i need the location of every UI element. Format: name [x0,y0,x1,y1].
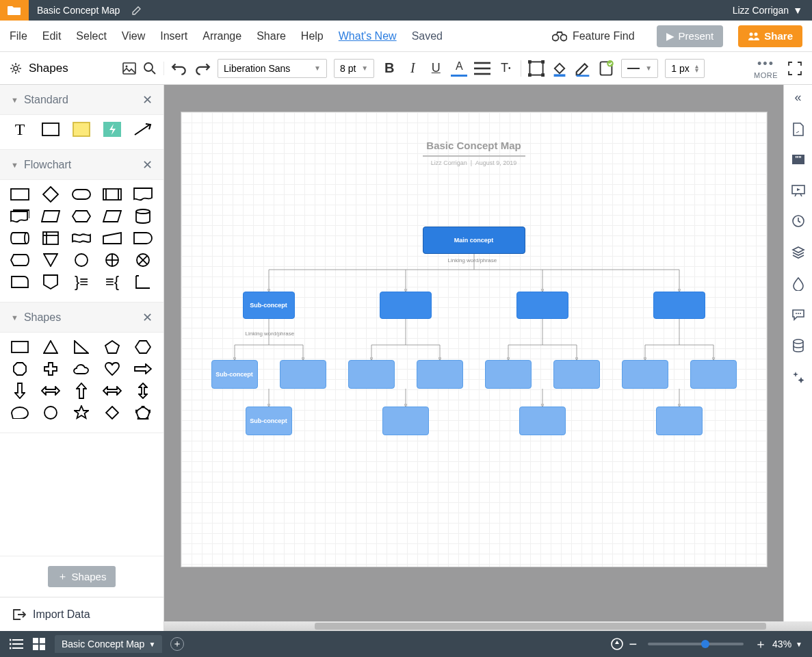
callout-shape[interactable] [10,405,30,420]
sub-concept-node[interactable]: Sub-concept [243,292,295,319]
sparkle-icon[interactable] [791,370,805,384]
sub-concept-leaf[interactable] [622,360,668,389]
double-arrow-v-shape[interactable] [133,383,153,398]
more-button[interactable]: ••• MORE [754,57,778,79]
add-shapes-button[interactable]: ＋ Shapes [48,566,116,587]
paper-tape-shape[interactable] [71,231,92,246]
list-view-icon[interactable] [10,639,23,649]
menu-help[interactable]: Help [301,30,324,42]
font-size-selector[interactable]: 8 pt ▼ [334,59,374,78]
comment-icon[interactable] [791,309,805,321]
delay-shape[interactable] [133,231,153,246]
cloud-shape[interactable] [71,361,92,376]
sub-concept-node[interactable] [380,292,432,319]
display-shape[interactable] [10,253,30,268]
pencil-icon[interactable] [575,60,591,77]
double-arrow-h-shape[interactable] [102,383,122,398]
add-tab-button[interactable]: ＋ [170,637,184,651]
undo-icon[interactable] [171,60,187,77]
sub-concept-leaf[interactable] [280,360,326,389]
offpage-shape[interactable] [40,274,61,289]
predefined-shape[interactable] [102,187,122,202]
heart-shape[interactable] [102,361,122,376]
database-shape[interactable] [133,209,153,224]
database-icon[interactable] [792,339,804,352]
zoom-slider[interactable] [648,643,744,645]
terminator-shape[interactable] [71,187,92,202]
align-icon[interactable] [474,60,490,77]
right-arrow-shape[interactable] [133,361,153,376]
present-button[interactable]: ▶ Present [657,25,724,47]
quote-icon[interactable]: "" [791,154,805,166]
close-icon[interactable]: ✕ [142,92,153,107]
section-flowchart[interactable]: ▼ Flowchart ✕ [0,150,163,180]
arrow-leftright-shape[interactable] [40,383,61,398]
document-title[interactable]: Basic Concept Map [29,5,128,16]
manual-input-shape[interactable] [102,231,122,246]
main-concept-node[interactable]: Main concept [423,227,525,254]
circle-shape[interactable] [40,405,61,420]
direct-data-shape[interactable] [10,231,30,246]
presentation-icon[interactable] [791,184,805,196]
merge-shape[interactable] [40,253,61,268]
clock-icon[interactable] [791,214,805,228]
or-shape[interactable] [102,253,122,268]
menu-share[interactable]: Share [257,30,286,42]
pencil-icon[interactable] [132,5,142,15]
search-icon[interactable] [143,62,157,75]
close-icon[interactable]: ✕ [142,310,153,325]
close-icon[interactable]: ✕ [142,157,153,172]
diamond-shape[interactable] [102,405,122,420]
sub-concept-leaf[interactable] [348,360,395,389]
right-triangle-shape[interactable] [71,339,92,355]
drop-icon[interactable] [792,277,804,291]
text-color-icon[interactable]: A [451,60,467,77]
section-standard[interactable]: ▼ Standard ✕ [0,85,163,115]
lightning-shape[interactable] [102,122,122,137]
cross-shape[interactable] [40,361,61,376]
menu-edit[interactable]: Edit [42,30,62,42]
arrow-down-shape[interactable] [10,383,30,398]
decision-shape[interactable] [40,187,61,202]
menu-file[interactable]: File [10,30,27,42]
section-shapes[interactable]: ▼ Shapes ✕ [0,302,163,333]
collapse-icon[interactable]: « [794,90,801,105]
menu-view[interactable]: View [122,30,145,42]
brace-right-shape[interactable]: }≡ [71,274,92,289]
brace-left-shape[interactable]: ≡{ [102,274,122,289]
zoom-value[interactable]: 43% [772,639,791,649]
fullscreen-icon[interactable] [787,61,802,76]
page-tab[interactable]: Basic Concept Map ▼ [55,635,162,653]
parallelogram-shape[interactable] [102,209,122,224]
grid-view-icon[interactable] [33,638,45,650]
process-shape[interactable] [10,187,30,202]
italic-icon[interactable]: I [404,60,421,77]
star-shape[interactable] [71,405,92,420]
menu-arrange[interactable]: Arrange [202,30,241,42]
sub-concept-leaf[interactable]: Sub-concept [211,360,258,389]
underline-icon[interactable]: U [428,60,444,77]
arrow-shape[interactable] [133,122,153,137]
sub-concept-node[interactable] [653,292,705,319]
octagon-shape[interactable] [10,361,30,376]
layers-icon[interactable] [791,246,805,259]
menu-whats-new[interactable]: What's New [339,30,397,42]
sub-concept-leaf[interactable] [656,407,703,435]
rect-shape[interactable] [40,122,61,137]
hexagon-shape[interactable] [71,209,92,224]
sub-concept-leaf[interactable] [417,360,463,389]
import-data-button[interactable]: Import Data [0,597,163,631]
feature-find[interactable]: Feature Find [552,30,635,42]
folder-icon[interactable] [0,0,29,21]
page-icon[interactable] [792,123,804,136]
fill-icon[interactable] [551,60,568,77]
line-style-selector[interactable]: ▼ [621,59,658,78]
redo-icon[interactable] [194,60,211,77]
multidoc-shape[interactable] [10,209,30,224]
sub-concept-leaf[interactable] [382,407,429,435]
gear-icon[interactable] [10,62,22,75]
arrow-up-shape[interactable] [71,383,92,398]
sub-concept-leaf[interactable] [485,360,532,389]
sub-concept-leaf[interactable] [519,407,566,435]
pentagon-shape[interactable] [102,339,122,355]
